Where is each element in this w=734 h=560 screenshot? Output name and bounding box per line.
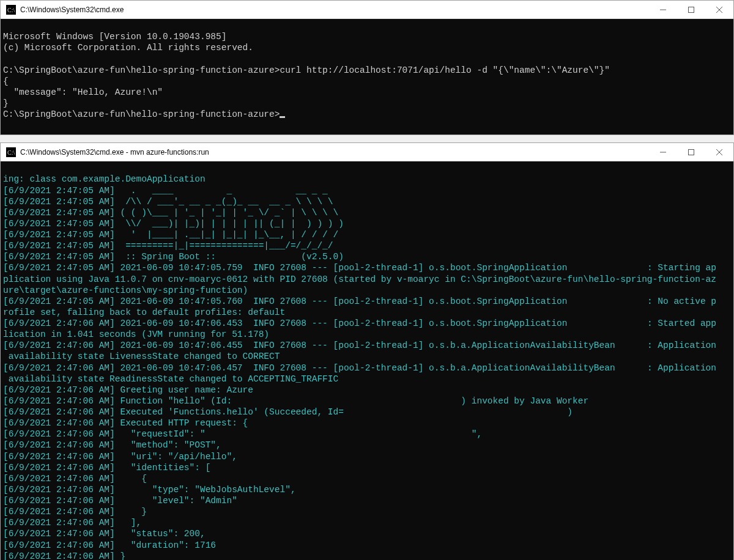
log-line: "status": 200, [115, 529, 206, 539]
banner: /\\ / ___'_ __ _ _(_)_ __ __ _ \ \ \ \ [115, 197, 333, 207]
log-line: Executed 'Functions.hello' (Succeeded, I… [115, 407, 573, 417]
timestamp: [6/9/2021 2:47:06 AM] [3, 551, 115, 560]
timestamp: [6/9/2021 2:47:06 AM] [3, 407, 115, 417]
log-line: "method": "POST", [115, 440, 221, 450]
timestamp: [6/9/2021 2:47:06 AM] [3, 529, 115, 539]
close-button[interactable] [705, 143, 733, 161]
terminal-body-1[interactable]: Microsoft Windows [Version 10.0.19043.98… [1, 19, 733, 134]
cmd-icon: C:\ [6, 4, 17, 15]
titlebar-2[interactable]: C:\ C:\Windows\System32\cmd.exe - mvn az… [1, 143, 733, 161]
svg-text:C:\: C:\ [7, 7, 15, 13]
timestamp: [6/9/2021 2:47:06 AM] [3, 396, 115, 406]
timestamp: [6/9/2021 2:47:06 AM] [3, 507, 115, 517]
log-line: ], [115, 518, 142, 528]
timestamp: [6/9/2021 2:47:05 AM] [3, 241, 115, 251]
log-line: ure\target\azure-functions\my-spring-fun… [3, 286, 248, 295]
log-line: 2021-06-09 10:47:06.455 INFO 27608 --- [… [115, 341, 716, 350]
banner: ( ( )\___ | '_ | '_| | '_ \/ _` | \ \ \ … [115, 208, 338, 218]
log-line: availability state LivenessState changed… [3, 352, 280, 361]
timestamp: [6/9/2021 2:47:06 AM] [3, 540, 115, 550]
svg-rect-9 [689, 149, 694, 155]
log-line: Greeting user name: Azure [115, 385, 253, 395]
banner: \\/ ___)| |_)| | | | | || (_| | ) ) ) ) [115, 219, 344, 229]
log-line: "uri": "/api/hello", [115, 452, 237, 462]
log-line: 2021-06-09 10:47:06.453 INFO 27608 --- [… [115, 319, 716, 328]
log-line: "duration": 1716 [115, 540, 216, 550]
log-line: "identities": [ [115, 463, 211, 473]
out-line: C:\SpringBoot\azure-fun\hello-spring-fun… [3, 65, 610, 75]
timestamp: [6/9/2021 2:47:05 AM] [3, 197, 115, 207]
banner: ' |____| .__|_| |_|_| |_\__, | / / / / [115, 230, 338, 240]
maximize-button[interactable] [677, 143, 705, 161]
minimize-button[interactable] [649, 143, 677, 161]
out-line: (c) Microsoft Corporation. All rights re… [3, 43, 253, 53]
timestamp: [6/9/2021 2:47:06 AM] [3, 463, 115, 473]
out-line: "message": "Hello, Azure!\n" [3, 87, 163, 97]
timestamp: [6/9/2021 2:47:05 AM] [3, 186, 115, 196]
log-line: { [115, 474, 147, 484]
timestamp: [6/9/2021 2:47:05 AM] [3, 263, 115, 273]
timestamp: [6/9/2021 2:47:06 AM] [3, 319, 115, 328]
log-line: rofile set, falling back to default prof… [3, 308, 285, 317]
timestamp: [6/9/2021 2:47:06 AM] [3, 429, 115, 439]
banner: =========|_|==============|___/=/_/_/_/ [115, 241, 333, 251]
out-line: Microsoft Windows [Version 10.0.19043.98… [3, 32, 226, 42]
cmd-window-1: C:\ C:\Windows\System32\cmd.exe Microsof… [0, 0, 734, 135]
log-line: availability state ReadinessState change… [3, 374, 338, 384]
timestamp: [6/9/2021 2:47:06 AM] [3, 341, 115, 350]
log-line: Function "hello" (Id: ) invoked by Java … [115, 396, 588, 406]
out-line: } [3, 98, 9, 108]
timestamp: [6/9/2021 2:47:06 AM] [3, 418, 115, 428]
timestamp: [6/9/2021 2:47:05 AM] [3, 230, 115, 240]
prompt-line: C:\SpringBoot\azure-fun\hello-spring-fun… [3, 109, 280, 119]
timestamp: [6/9/2021 2:47:06 AM] [3, 385, 115, 395]
window-title-2: C:\Windows\System32\cmd.exe - mvn azure-… [20, 148, 649, 157]
log-line: Executed HTTP request: { [115, 418, 248, 428]
log-line: "level": "Admin" [115, 496, 237, 506]
log-line: lication in 1.041 seconds (JVM running f… [3, 330, 269, 339]
close-button[interactable] [705, 1, 733, 19]
svg-text:C:\: C:\ [7, 149, 15, 156]
titlebar-1[interactable]: C:\ C:\Windows\System32\cmd.exe [1, 1, 733, 19]
maximize-button[interactable] [677, 1, 705, 19]
timestamp: [6/9/2021 2:47:06 AM] [3, 440, 115, 450]
timestamp: [6/9/2021 2:47:05 AM] [3, 252, 115, 262]
timestamp: [6/9/2021 2:47:05 AM] [3, 297, 115, 306]
timestamp: [6/9/2021 2:47:05 AM] [3, 208, 115, 218]
cmd-icon: C:\ [6, 147, 17, 158]
timestamp: [6/9/2021 2:47:06 AM] [3, 485, 115, 495]
log-line: 2021-06-09 10:47:05.759 INFO 27608 --- [… [115, 263, 716, 273]
log-line: plication using Java 11.0.7 on cnv-moary… [3, 274, 716, 284]
log-line: } [115, 507, 147, 517]
cmd-window-2: C:\ C:\Windows\System32\cmd.exe - mvn az… [0, 142, 734, 560]
log-line: "requestId": " ", [115, 429, 482, 439]
out-line: { [3, 76, 9, 86]
minimize-button[interactable] [649, 1, 677, 19]
timestamp: [6/9/2021 2:47:06 AM] [3, 474, 115, 484]
window-title-1: C:\Windows\System32\cmd.exe [20, 6, 649, 14]
timestamp: [6/9/2021 2:47:06 AM] [3, 363, 115, 373]
log-line: 2021-06-09 10:47:05.760 INFO 27608 --- [… [115, 297, 716, 306]
log-line: ing: class com.example.DemoApplication [3, 174, 206, 184]
banner: . ____ _ __ _ _ [115, 186, 328, 196]
timestamp: [6/9/2021 2:47:06 AM] [3, 518, 115, 528]
log-line: 2021-06-09 10:47:06.457 INFO 27608 --- [… [115, 363, 716, 373]
timestamp: [6/9/2021 2:47:06 AM] [3, 496, 115, 506]
timestamp: [6/9/2021 2:47:05 AM] [3, 219, 115, 229]
cursor [280, 116, 285, 118]
svg-rect-3 [689, 7, 694, 12]
terminal-body-2[interactable]: ing: class com.example.DemoApplication [… [1, 161, 733, 560]
timestamp: [6/9/2021 2:47:06 AM] [3, 452, 115, 462]
log-line: "type": "WebJobsAuthLevel", [115, 485, 296, 495]
log-line: } [115, 551, 125, 560]
banner: :: Spring Boot :: (v2.5.0) [115, 252, 344, 262]
